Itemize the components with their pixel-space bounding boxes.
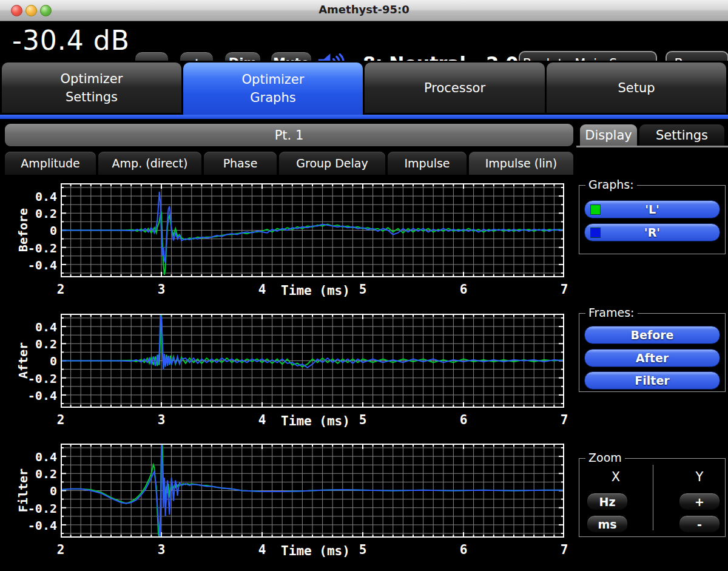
y-tick-label: 0.4: [5, 450, 57, 463]
impulse-plot-after: [61, 314, 564, 408]
tab-label: Optimizer: [61, 72, 123, 86]
sidebar-tab-display[interactable]: Display: [580, 124, 637, 146]
zoom-y-in-button[interactable]: +: [679, 493, 720, 510]
subtab-phase[interactable]: Phase: [204, 152, 277, 175]
x-tick-label: 6: [451, 413, 476, 427]
window-title: Amethyst-95:0: [0, 3, 728, 16]
zoom-y-column-label: Y: [687, 470, 712, 484]
x-tick-label: 7: [552, 282, 576, 297]
x-tick-label: 2: [49, 542, 73, 557]
x-tick-label: 3: [149, 413, 174, 427]
zoom-group-divider: [653, 465, 653, 530]
frame-toggle-after[interactable]: After: [584, 349, 720, 367]
y-tick-label: -0.2: [5, 371, 57, 385]
y-tick-label: -0.2: [5, 241, 57, 254]
zoom-group-legend: Zoom: [585, 451, 625, 464]
active-tab-accent-bar: [0, 115, 728, 119]
graph-type-tab-bar: Amplitude Amp. (direct) Phase Group Dela…: [5, 152, 573, 175]
graph-toggle-left[interactable]: 'L': [584, 200, 720, 218]
y-tick-label: 0: [5, 354, 57, 367]
graph-toggle-right-label: 'R': [644, 226, 660, 239]
y-tick-label: 0.4: [5, 320, 57, 333]
x-tick-label: 2: [49, 282, 73, 297]
right-channel-swatch-icon: [590, 228, 601, 238]
zoom-x-column-label: X: [604, 470, 628, 484]
top-toolbar: -30.4 dB - + Dim Mute 8: Neutral - 2.0 B…: [0, 21, 728, 61]
x-tick-label: 7: [552, 542, 576, 557]
point-header[interactable]: Pt. 1: [5, 124, 573, 146]
graph-toggle-right[interactable]: 'R': [584, 223, 720, 242]
subtab-amp-direct[interactable]: Amp. (direct): [98, 152, 201, 175]
tab-optimizer-settings[interactable]: Optimizer Settings: [2, 63, 181, 113]
y-tick-label: -0.2: [5, 501, 57, 515]
subtab-impulse[interactable]: Impulse: [388, 152, 467, 175]
main-tab-bar: Optimizer Settings Optimizer Graphs Proc…: [0, 61, 728, 115]
tab-label: Settings: [66, 90, 118, 104]
y-tick-label: -0.4: [5, 258, 57, 271]
frames-group: Frames: Before After Filter: [579, 313, 726, 392]
tab-label: Optimizer: [242, 72, 305, 87]
subtab-impulse-lin[interactable]: Impulse (lin): [469, 152, 573, 175]
graphs-group-legend: Graphs:: [585, 178, 637, 191]
impulse-plot-before: [61, 183, 564, 277]
chart-filter: Filter 0.4 0.2 0 -0.2 -0.4 2 3 4 5 6 7 T…: [5, 438, 578, 568]
x-tick-label: 3: [149, 542, 174, 557]
x-tick-label: 6: [451, 542, 476, 557]
y-tick-label: 0.2: [5, 206, 57, 220]
frame-toggle-filter[interactable]: Filter: [584, 371, 720, 390]
x-tick-label: 2: [49, 413, 73, 427]
x-axis-label: Time (ms): [267, 283, 364, 298]
tab-label: Setup: [618, 81, 655, 95]
y-tick-label: -0.4: [5, 388, 57, 402]
y-tick-label: -0.4: [5, 518, 57, 532]
impulse-plot-filter: [61, 444, 564, 538]
y-tick-label: 0: [5, 223, 57, 237]
point-header-label: Pt. 1: [275, 128, 304, 143]
tab-optimizer-graphs[interactable]: Optimizer Graphs: [183, 63, 363, 115]
y-tick-label: 0.2: [5, 467, 57, 480]
subtab-group-delay[interactable]: Group Delay: [279, 152, 385, 175]
x-tick-label: 7: [552, 413, 576, 427]
y-tick-label: 0.4: [5, 189, 57, 203]
graph-toggle-left-label: 'L': [645, 203, 659, 216]
graphs-group: Graphs: 'L' 'R': [579, 185, 726, 254]
tab-label: Graphs: [250, 90, 295, 105]
y-tick-label: 0: [5, 484, 57, 497]
x-axis-label: Time (ms): [267, 414, 364, 428]
window-titlebar[interactable]: Amethyst-95:0: [0, 0, 728, 21]
subtab-amplitude[interactable]: Amplitude: [5, 152, 96, 175]
tab-setup[interactable]: Setup: [547, 63, 726, 113]
x-tick-label: 3: [149, 282, 174, 297]
volume-level-display: -30.4 dB: [12, 25, 127, 58]
zoom-y-out-button[interactable]: -: [679, 515, 720, 533]
chart-before: Before 0.4 0.2 0 -0.2 -0.4 2 3 4 5 6 7 T…: [5, 177, 578, 308]
y-tick-label: 0.2: [5, 337, 57, 350]
zoom-group: Zoom X Y Hz ms + -: [579, 458, 726, 537]
zoom-x-hz-button[interactable]: Hz: [587, 493, 628, 510]
frame-toggle-before[interactable]: Before: [584, 326, 720, 344]
tab-processor[interactable]: Processor: [365, 63, 545, 113]
frames-group-legend: Frames:: [585, 306, 638, 319]
x-axis-label: Time (ms): [267, 544, 364, 558]
chart-after: After 0.4 0.2 0 -0.2 -0.4 2 3 4 5 6 7 Ti…: [5, 308, 578, 438]
tab-label: Processor: [424, 81, 485, 95]
left-channel-swatch-icon: [590, 204, 601, 215]
sidebar-tab-underline: [576, 146, 728, 147]
x-tick-label: 6: [451, 282, 476, 297]
zoom-x-ms-button[interactable]: ms: [587, 515, 628, 533]
sidebar-tab-settings[interactable]: Settings: [639, 124, 724, 146]
